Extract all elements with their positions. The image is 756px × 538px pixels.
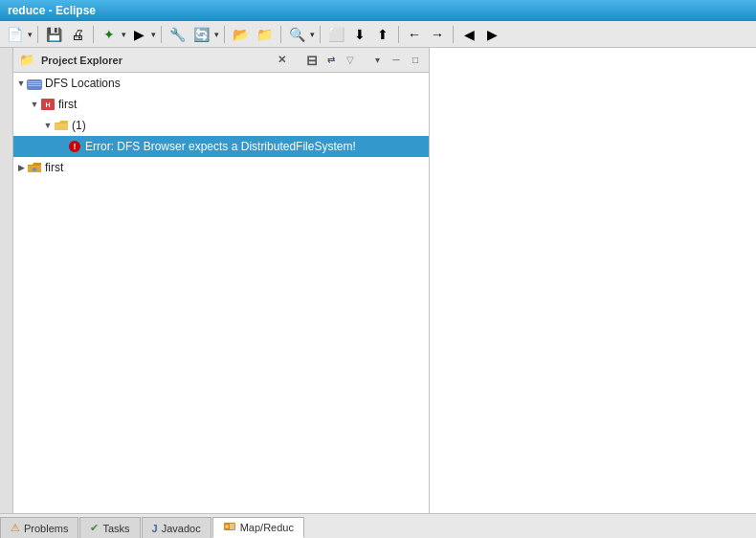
svg-text:H: H <box>45 101 50 108</box>
separator-4 <box>224 26 225 43</box>
main-area: 📁 Project Explorer ✕ ⊟ ⇄ ▽ ▾ ─ □ ▼ <box>0 48 756 513</box>
error-circle-icon: ! <box>69 141 80 152</box>
svg-rect-2 <box>28 83 41 84</box>
new-dropdown-arrow[interactable]: ▾ <box>28 30 33 39</box>
separator-6 <box>320 26 321 43</box>
badge-folder-label: (1) <box>72 119 86 132</box>
separator-7 <box>398 26 399 43</box>
bottom-tabs: ⚠ Problems ✔ Tasks J Javadoc Map/Reduc <box>0 513 756 538</box>
panel-title: Project Explorer <box>41 55 268 66</box>
tree-row-error[interactable]: ! Error: DFS Browser expects a Distribut… <box>13 136 429 157</box>
main-toolbar: 📄 ▾ 💾 🖨 ✦ ▾ ▶ ▾ 🔧 🔄 ▾ 📂 📁 🔍 ▾ ⬜ ⬇ ⬆ ← → … <box>0 21 756 48</box>
print-button[interactable]: 🖨 <box>67 24 88 45</box>
expand-dfs-locations[interactable]: ▼ <box>15 78 27 89</box>
first-hadoop-icon: H <box>40 97 56 112</box>
refresh-dropdown-arrow[interactable]: ▾ <box>214 30 219 39</box>
tab-problems[interactable]: ⚠ Problems <box>0 517 78 538</box>
first-dfs-label: first <box>45 161 63 174</box>
separator-8 <box>453 26 454 43</box>
console-button[interactable]: ⬜ <box>325 24 347 45</box>
open-type-button[interactable]: 📁 <box>254 24 276 45</box>
tree-row-dfs-locations[interactable]: ▼ DFS Locations <box>13 73 429 94</box>
tree-content[interactable]: ▼ DFS Locations ▼ H <box>13 73 429 513</box>
expand-first-dfs[interactable]: ▶ <box>15 162 27 173</box>
problems-label: Problems <box>24 523 68 534</box>
javadoc-icon: J <box>152 523 158 534</box>
debug-button[interactable]: ▶ <box>128 24 149 45</box>
first-hadoop-label: first <box>58 98 77 111</box>
nav-up-button[interactable]: ⬆ <box>372 24 393 45</box>
error-icon: ! <box>67 139 82 154</box>
back-button[interactable]: ← <box>404 24 425 45</box>
refresh-button[interactable]: 🔄 <box>190 24 212 45</box>
separator-1 <box>37 26 38 43</box>
minimize-button[interactable]: ⊟ <box>304 53 320 68</box>
problems-icon: ⚠ <box>11 522 20 534</box>
sync-button[interactable]: ⇄ <box>323 53 339 68</box>
tab-mapreduce[interactable]: Map/Reduc <box>212 517 304 538</box>
new-file-button[interactable]: 📄 <box>4 24 26 45</box>
title-bar: reduce - Eclipse <box>0 0 756 21</box>
close-tab-button[interactable]: ✕ <box>274 53 289 68</box>
javadoc-label: Javadoc <box>162 523 201 534</box>
tab-tasks[interactable]: ✔ Tasks <box>79 517 140 538</box>
tree-row-first-dfs[interactable]: ▶ first <box>13 157 429 178</box>
expand-error <box>56 141 67 152</box>
tree-row-first-hadoop[interactable]: ▼ H first <box>13 94 429 115</box>
view-menu-button[interactable]: ▾ <box>369 53 385 68</box>
separator-5 <box>280 26 281 43</box>
tree-row-badge-folder[interactable]: ▼ (1) <box>13 115 429 136</box>
minimize-view-button[interactable]: ─ <box>389 53 404 68</box>
open-button[interactable]: 📂 <box>230 24 252 45</box>
nav-down-button[interactable]: ⬇ <box>349 24 370 45</box>
tab-javadoc[interactable]: J Javadoc <box>142 517 211 538</box>
debug-dropdown-arrow[interactable]: ▾ <box>151 30 156 39</box>
filter-button[interactable]: ▽ <box>343 53 358 68</box>
separator-3 <box>161 26 162 43</box>
tasks-icon: ✔ <box>90 522 99 534</box>
nav-left-button[interactable]: ◀ <box>458 24 479 45</box>
search-dropdown-arrow[interactable]: ▾ <box>310 30 315 39</box>
external-tools-button[interactable]: 🔧 <box>167 24 189 45</box>
run-button[interactable]: ✦ <box>99 24 120 45</box>
error-message-label: Error: DFS Browser expects a Distributed… <box>85 140 356 153</box>
maximize-view-button[interactable]: □ <box>408 53 423 68</box>
tasks-label: Tasks <box>102 523 129 534</box>
svg-rect-3 <box>28 85 41 86</box>
mapreduce-icon <box>223 520 236 535</box>
editor-area <box>430 48 756 513</box>
separator-2 <box>93 26 94 43</box>
dfs-locations-label: DFS Locations <box>45 77 121 90</box>
expand-badge-folder[interactable]: ▼ <box>42 120 54 131</box>
project-explorer-panel: 📁 Project Explorer ✕ ⊟ ⇄ ▽ ▾ ─ □ ▼ <box>13 48 430 513</box>
first-dfs-icon <box>27 160 42 175</box>
badge-folder-icon <box>54 118 69 133</box>
dfs-locations-icon <box>27 76 42 91</box>
title-text: reduce - Eclipse <box>8 4 96 17</box>
panel-header: 📁 Project Explorer ✕ ⊟ ⇄ ▽ ▾ ─ □ <box>13 48 429 73</box>
expand-first[interactable]: ▼ <box>29 99 40 110</box>
run-dropdown-arrow[interactable]: ▾ <box>122 30 126 39</box>
svg-rect-0 <box>27 79 42 90</box>
left-strip <box>0 48 13 513</box>
mapreduce-label: Map/Reduc <box>240 522 294 533</box>
panel-icon: 📁 <box>19 53 34 67</box>
forward-button[interactable]: → <box>427 24 448 45</box>
svg-point-9 <box>225 525 229 528</box>
svg-rect-1 <box>28 81 41 82</box>
nav-right-button[interactable]: ▶ <box>481 24 502 45</box>
save-button[interactable]: 💾 <box>43 24 65 45</box>
search-button[interactable]: 🔍 <box>286 24 308 45</box>
